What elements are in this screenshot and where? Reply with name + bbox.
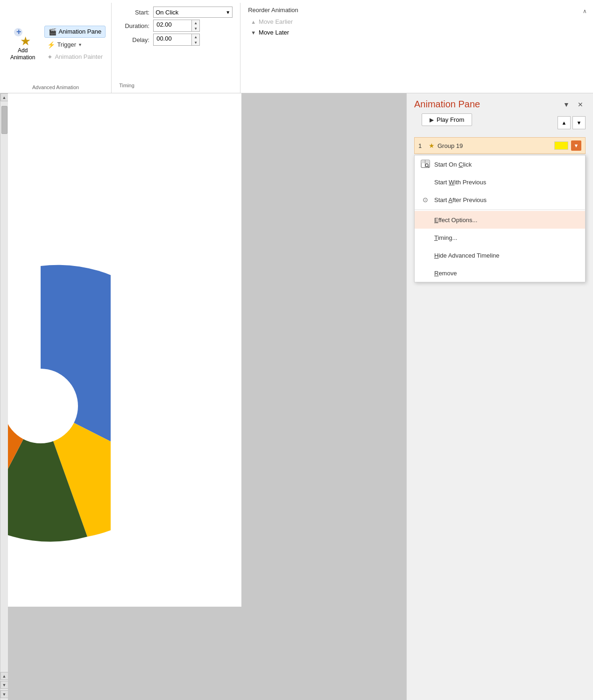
menu-item-start-on-click[interactable]: Start On Click [415,155,585,173]
menu-hide-timeline-label: Hide Advanced Timeline [434,252,499,259]
delay-label: Delay: [119,36,149,43]
anim-number: 1 [418,142,426,149]
trigger-label: Trigger [57,41,76,48]
scroll-fast-down[interactable]: ▼ [0,681,8,689]
pie-chart [8,243,111,569]
menu-start-after-previous-label: Start After Previous [434,196,487,203]
remove-icon [420,268,431,278]
advanced-animation-group-label: Advanced Animation [32,83,79,91]
start-value: On Click [155,9,178,16]
anim-dropdown-button[interactable]: ▼ [571,140,581,151]
context-menu: Start On Click Start With Previous ⊙ Sta… [414,155,586,282]
click-icon [420,159,431,169]
play-from-icon: ▶ [430,117,434,123]
hide-timeline-icon [420,250,431,260]
menu-start-with-previous-label: Start With Previous [434,179,486,186]
start-row: Start: On Click ▼ [119,7,233,18]
duration-up-btn[interactable]: ▲ [192,20,199,26]
delay-down-btn[interactable]: ▼ [192,40,199,45]
scroll-thumb[interactable] [1,106,7,134]
menu-start-on-click-label: Start On Click [434,161,472,168]
trigger-button[interactable]: ⚡ Trigger ▼ [44,40,106,50]
trigger-dropdown-icon: ▼ [78,42,82,47]
scroll-track[interactable] [0,101,8,670]
move-earlier-label: Move Earlier [259,18,293,25]
delay-input[interactable]: 00.00 ▲ ▼ [153,34,200,46]
timing-menu-icon [420,232,431,243]
delay-row: Delay: 00.00 ▲ ▼ [119,34,200,46]
move-earlier-icon: ▲ [251,19,256,25]
pane-dropdown-button[interactable]: ▼ [561,99,572,110]
effect-options-icon [420,215,431,225]
svg-text:★: ★ [20,34,31,47]
play-from-button[interactable]: ▶ Play From [422,113,472,126]
menu-item-hide-timeline[interactable]: Hide Advanced Timeline [415,246,585,264]
play-from-row: ▶ Play From ▲ ▼ [407,113,593,137]
anim-star-icon: ★ [429,142,435,149]
move-earlier-button[interactable]: ▲ Move Earlier [248,17,296,26]
animation-pane-icon: 🎬 [49,28,56,35]
play-from-label: Play From [437,116,464,123]
reorder-title: Reorder Animation [248,7,298,14]
after-previous-icon: ⊙ [420,195,431,205]
duration-value: 02.00 [154,20,191,31]
menu-divider-1 [415,210,585,210]
anim-dropdown-arrow: ▼ [574,143,579,148]
animation-pane-panel: Animation Pane ▼ ✕ ▶ Play From ▲ ▼ 1 ★ G… [406,93,593,700]
menu-item-start-with-previous[interactable]: Start With Previous [415,173,585,191]
duration-input[interactable]: 02.00 ▲ ▼ [153,20,200,32]
timing-group-label: Timing [119,81,134,89]
start-label: Start: [119,9,149,16]
animation-painter-button[interactable]: ✦ Animation Painter [44,52,106,62]
vertical-scrollbar[interactable]: ▲ ▲ ▼ ▼ [0,93,8,700]
animation-pane-title: Animation Pane [414,99,558,110]
delay-spinners: ▲ ▼ [191,34,199,45]
menu-item-remove[interactable]: Remove [415,264,585,282]
ribbon: + ★ AddAnimation 🎬 Animation Pane ⚡ [0,0,593,93]
main-area: ▲ ▲ ▼ ▼ [0,93,593,700]
anim-label: Group 19 [438,142,551,149]
menu-effect-options-label: Effect Options... [434,217,477,224]
timing-group: Start: On Click ▼ Duration: 02.00 ▲ ▼ De… [112,3,240,93]
start-select[interactable]: On Click ▼ [153,7,233,18]
slide-canvas [8,93,406,700]
slide-white [8,93,241,607]
add-animation-icon: + ★ [13,27,33,47]
painter-icon: ✦ [47,53,53,61]
duration-down-btn[interactable]: ▼ [192,26,199,31]
menu-item-timing[interactable]: Timing... [415,229,585,246]
menu-item-start-after-previous[interactable]: ⊙ Start After Previous [415,191,585,209]
delay-up-btn[interactable]: ▲ [192,34,199,40]
duration-label: Duration: [119,22,149,29]
pane-down-button[interactable]: ▼ [572,116,586,129]
with-previous-icon [420,177,431,187]
svg-point-7 [425,164,428,167]
start-dropdown-arrow: ▼ [226,10,230,15]
pane-up-button[interactable]: ▲ [558,116,571,129]
lightning-icon: ⚡ [47,41,55,49]
animation-item[interactable]: 1 ★ Group 19 ▼ [414,137,586,154]
advanced-animation-group: + ★ AddAnimation 🎬 Animation Pane ⚡ [0,3,112,93]
scroll-up-arrow[interactable]: ▲ [0,93,8,101]
reorder-group: Reorder Animation ▲ Move Earlier ▼ Move … [240,3,593,93]
animation-pane-header: Animation Pane ▼ ✕ [407,93,593,113]
add-animation-button[interactable]: + ★ AddAnimation [6,24,40,63]
animation-pane-button[interactable]: 🎬 Animation Pane [44,26,106,38]
duration-spinners: ▲ ▼ [191,20,199,31]
menu-timing-label: Timing... [434,234,457,241]
slide-area: ▲ ▲ ▼ ▼ [0,93,406,700]
scroll-down-arrow[interactable]: ▼ [0,690,8,698]
scroll-bottom-arrows: ▲ ▼ ▼ [0,670,8,700]
duration-row: Duration: 02.00 ▲ ▼ [119,20,200,32]
move-later-label: Move Later [259,29,289,36]
delay-value: 00.00 [154,34,191,45]
pane-close-button[interactable]: ✕ [575,99,586,110]
move-later-button[interactable]: ▼ Move Later [248,28,292,37]
scroll-fast-up[interactable]: ▲ [0,672,8,680]
animation-painter-label: Animation Painter [55,53,103,60]
anim-color-box [554,141,568,150]
menu-remove-label: Remove [434,270,457,277]
animation-pane-button-label: Animation Pane [58,28,101,35]
menu-item-effect-options[interactable]: Effect Options... [415,211,585,229]
collapse-ribbon-button[interactable]: ∧ [580,7,589,16]
